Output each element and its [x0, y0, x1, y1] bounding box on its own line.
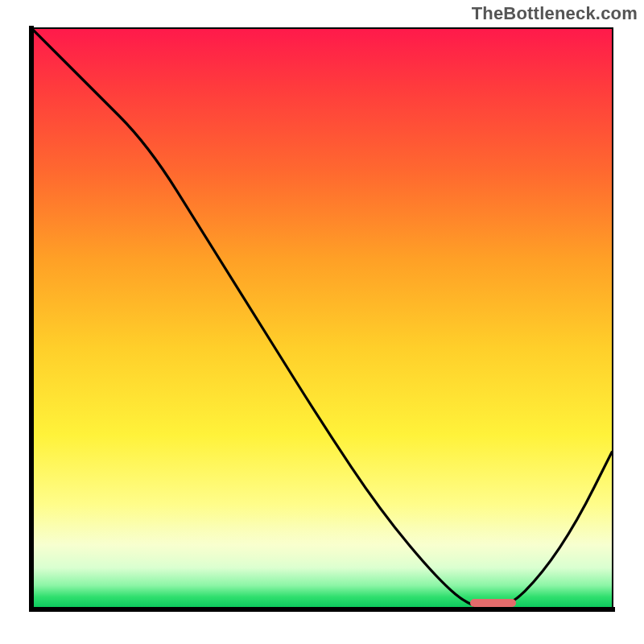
optimal-marker	[470, 599, 517, 607]
chart-container: TheBottleneck.com	[0, 0, 644, 644]
axis-right	[612, 27, 613, 610]
curve-svg	[32, 29, 612, 609]
watermark-label: TheBottleneck.com	[472, 3, 638, 24]
plot-area	[32, 29, 612, 609]
bottleneck-curve	[32, 29, 612, 609]
